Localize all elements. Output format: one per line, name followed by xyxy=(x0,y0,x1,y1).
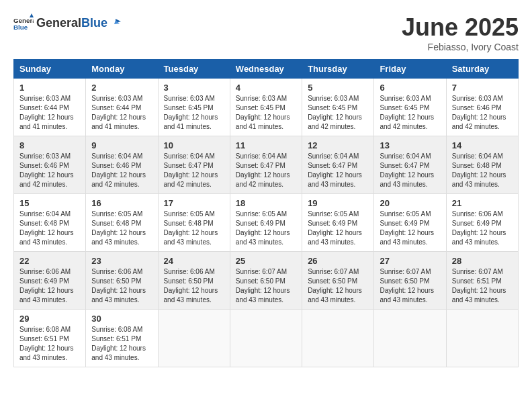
sunset-label: Sunset: 6:48 PM xyxy=(164,220,214,227)
calendar-table: SundayMondayTuesdayWednesdayThursdayFrid… xyxy=(13,59,519,367)
day-number: 30 xyxy=(91,314,152,324)
sunrise-label: Sunrise: 6:03 AM xyxy=(91,95,142,102)
daylight-label: Daylight: 12 hours xyxy=(308,229,362,236)
daylight-label: Daylight: 12 hours xyxy=(19,229,74,236)
day-info: Sunrise: 6:06 AM Sunset: 6:50 PM Dayligh… xyxy=(164,267,224,305)
daylight-label: Daylight: 12 hours xyxy=(91,229,146,236)
calendar-cell: 26 Sunrise: 6:07 AM Sunset: 6:50 PM Dayl… xyxy=(302,252,374,310)
sunrise-label: Sunrise: 6:07 AM xyxy=(452,268,503,275)
day-number: 9 xyxy=(91,140,152,150)
sunrise-label: Sunrise: 6:07 AM xyxy=(236,268,287,275)
daylight-minutes: and 43 minutes. xyxy=(380,181,427,188)
daylight-minutes: and 42 minutes. xyxy=(236,181,283,188)
sunset-label: Sunset: 6:48 PM xyxy=(452,162,502,169)
day-info: Sunrise: 6:05 AM Sunset: 6:49 PM Dayligh… xyxy=(308,210,368,247)
daylight-minutes: and 42 minutes. xyxy=(164,181,212,188)
sunrise-label: Sunrise: 6:04 AM xyxy=(91,152,142,160)
sunset-label: Sunset: 6:51 PM xyxy=(91,335,141,342)
calendar-cell: 6 Sunrise: 6:03 AM Sunset: 6:45 PM Dayli… xyxy=(374,79,446,136)
sunset-label: Sunset: 6:46 PM xyxy=(452,104,502,111)
sunset-label: Sunset: 6:51 PM xyxy=(19,335,69,342)
sunset-label: Sunset: 6:45 PM xyxy=(164,104,214,111)
day-number: 20 xyxy=(380,198,440,208)
sunset-label: Sunset: 6:45 PM xyxy=(308,104,357,111)
day-number: 24 xyxy=(164,256,224,266)
day-info: Sunrise: 6:05 AM Sunset: 6:48 PM Dayligh… xyxy=(164,210,224,247)
daylight-minutes: and 43 minutes. xyxy=(164,238,212,246)
sunrise-label: Sunrise: 6:04 AM xyxy=(452,152,503,160)
day-number: 11 xyxy=(236,140,296,150)
sunrise-label: Sunrise: 6:06 AM xyxy=(452,210,503,218)
daylight-minutes: and 43 minutes. xyxy=(452,181,500,188)
sunset-label: Sunset: 6:45 PM xyxy=(380,104,429,111)
logo-text-blue: Blue xyxy=(81,17,107,30)
daylight-label: Daylight: 12 hours xyxy=(19,345,74,352)
sunset-label: Sunset: 6:50 PM xyxy=(91,277,141,285)
sunrise-label: Sunrise: 6:06 AM xyxy=(19,268,71,275)
day-number: 3 xyxy=(164,83,224,93)
sunset-label: Sunset: 6:44 PM xyxy=(91,104,141,111)
daylight-label: Daylight: 12 hours xyxy=(452,113,506,121)
day-number: 27 xyxy=(380,256,440,266)
sunrise-label: Sunrise: 6:04 AM xyxy=(308,152,359,160)
sunrise-label: Sunrise: 6:06 AM xyxy=(91,268,142,275)
daylight-label: Daylight: 12 hours xyxy=(164,287,218,294)
sunrise-label: Sunrise: 6:05 AM xyxy=(308,210,359,218)
sunrise-label: Sunrise: 6:07 AM xyxy=(380,268,431,275)
sunrise-label: Sunrise: 6:03 AM xyxy=(236,95,287,102)
daylight-label: Daylight: 12 hours xyxy=(164,113,218,121)
day-number: 29 xyxy=(19,314,80,324)
day-info: Sunrise: 6:06 AM Sunset: 6:50 PM Dayligh… xyxy=(91,267,152,305)
day-number: 10 xyxy=(164,140,224,150)
sunset-label: Sunset: 6:49 PM xyxy=(452,220,502,227)
calendar-cell: 3 Sunrise: 6:03 AM Sunset: 6:45 PM Dayli… xyxy=(158,79,230,136)
daylight-label: Daylight: 12 hours xyxy=(452,171,506,179)
calendar-header-monday: Monday xyxy=(86,60,158,79)
daylight-minutes: and 43 minutes. xyxy=(380,296,427,304)
calendar-cell: 22 Sunrise: 6:06 AM Sunset: 6:49 PM Dayl… xyxy=(14,252,86,310)
daylight-label: Daylight: 12 hours xyxy=(380,113,434,121)
calendar-cell: 17 Sunrise: 6:05 AM Sunset: 6:48 PM Dayl… xyxy=(158,194,230,252)
calendar-cell: 29 Sunrise: 6:08 AM Sunset: 6:51 PM Dayl… xyxy=(14,310,86,367)
calendar-cell: 30 Sunrise: 6:08 AM Sunset: 6:51 PM Dayl… xyxy=(86,310,158,367)
day-number: 13 xyxy=(380,140,440,150)
sunrise-label: Sunrise: 6:08 AM xyxy=(19,326,71,333)
day-info: Sunrise: 6:07 AM Sunset: 6:50 PM Dayligh… xyxy=(308,267,368,305)
page-header: General Blue GeneralBlue June 2025 Febia… xyxy=(13,13,519,52)
day-number: 8 xyxy=(19,140,80,150)
calendar-cell xyxy=(158,310,230,367)
day-info: Sunrise: 6:07 AM Sunset: 6:50 PM Dayligh… xyxy=(380,267,440,305)
daylight-minutes: and 41 minutes. xyxy=(164,123,212,130)
logo: General Blue GeneralBlue xyxy=(13,13,121,34)
sunset-label: Sunset: 6:47 PM xyxy=(308,162,357,169)
logo-bird-icon xyxy=(109,17,121,30)
sunset-label: Sunset: 6:50 PM xyxy=(380,277,429,285)
day-number: 4 xyxy=(236,83,296,93)
day-number: 1 xyxy=(19,83,80,93)
calendar-week-row: 8 Sunrise: 6:03 AM Sunset: 6:46 PM Dayli… xyxy=(14,136,519,194)
daylight-label: Daylight: 12 hours xyxy=(19,113,74,121)
calendar-cell: 18 Sunrise: 6:05 AM Sunset: 6:49 PM Dayl… xyxy=(230,194,302,252)
daylight-minutes: and 42 minutes. xyxy=(308,123,355,130)
sunrise-label: Sunrise: 6:03 AM xyxy=(452,95,503,102)
daylight-minutes: and 43 minutes. xyxy=(308,238,355,246)
sunrise-label: Sunrise: 6:03 AM xyxy=(19,152,71,160)
sunset-label: Sunset: 6:44 PM xyxy=(19,104,69,111)
sunrise-label: Sunrise: 6:05 AM xyxy=(380,210,431,218)
calendar-header-tuesday: Tuesday xyxy=(158,60,230,79)
day-info: Sunrise: 6:06 AM Sunset: 6:49 PM Dayligh… xyxy=(19,267,80,305)
calendar-cell: 14 Sunrise: 6:04 AM Sunset: 6:48 PM Dayl… xyxy=(446,136,518,194)
daylight-label: Daylight: 12 hours xyxy=(91,113,146,121)
sunrise-label: Sunrise: 6:04 AM xyxy=(236,152,287,160)
day-number: 22 xyxy=(19,256,80,266)
calendar-cell: 7 Sunrise: 6:03 AM Sunset: 6:46 PM Dayli… xyxy=(446,79,518,136)
day-info: Sunrise: 6:03 AM Sunset: 6:45 PM Dayligh… xyxy=(380,94,440,132)
day-info: Sunrise: 6:05 AM Sunset: 6:49 PM Dayligh… xyxy=(236,210,296,247)
daylight-minutes: and 43 minutes. xyxy=(308,296,355,304)
day-number: 21 xyxy=(452,198,513,208)
daylight-label: Daylight: 12 hours xyxy=(452,229,506,236)
day-number: 18 xyxy=(236,198,296,208)
calendar-cell xyxy=(446,310,518,367)
daylight-label: Daylight: 12 hours xyxy=(308,287,362,294)
calendar-header-friday: Friday xyxy=(374,60,446,79)
